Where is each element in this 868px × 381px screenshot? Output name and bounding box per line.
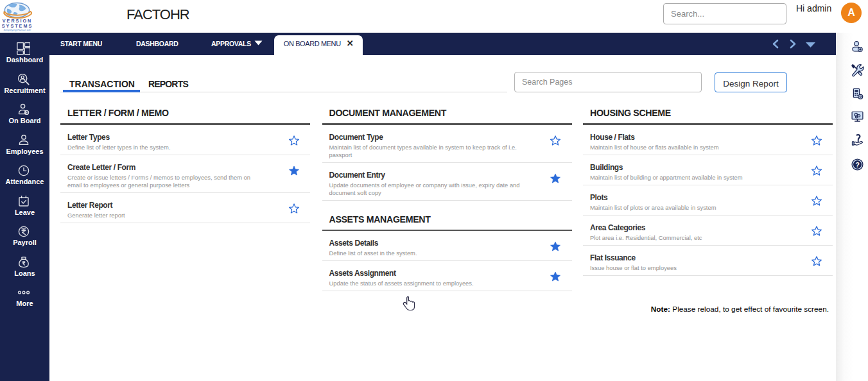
svg-text:?: ? <box>855 161 860 169</box>
svg-text:Simplifying Human Life: Simplifying Human Life <box>4 28 31 31</box>
